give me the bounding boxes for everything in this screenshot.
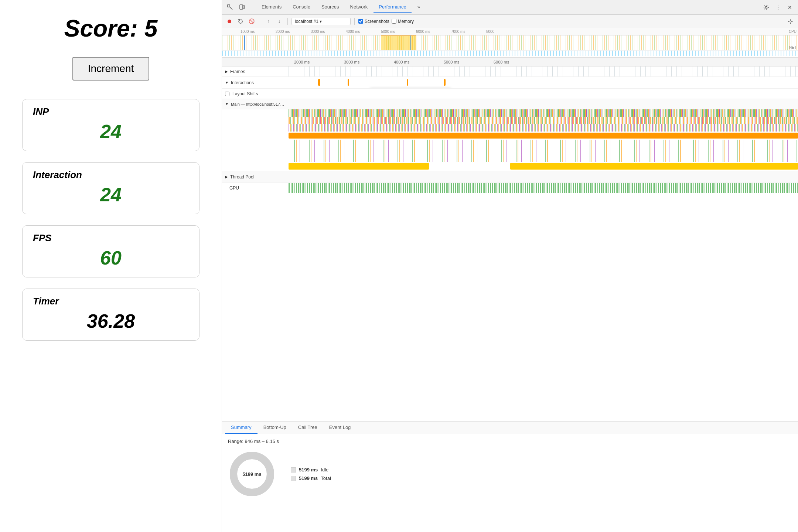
main-thread-content [222, 109, 798, 171]
tab-more[interactable]: » [412, 2, 425, 13]
capture-settings-icon[interactable] [786, 17, 795, 26]
screenshots-label: Screenshots [365, 19, 389, 24]
memory-label: Memory [398, 19, 414, 24]
interaction-bar-3[interactable] [407, 79, 408, 86]
devtools-panel: Elements Console Sources Network Perform… [222, 0, 798, 532]
timeline-main[interactable]: 2000 ms 3000 ms 4000 ms 5000 ms 6000 ms … [222, 58, 798, 421]
ruler-tick-2000: 2000 ms [276, 30, 290, 34]
fps-label: FPS [33, 232, 189, 244]
fps-value: 60 [33, 247, 189, 269]
tab-console[interactable]: Console [287, 2, 316, 13]
thread-pool-row: ▶ Thread Pool [222, 171, 798, 183]
total-label: Total [321, 475, 331, 481]
main-thread-yellow-block [289, 162, 798, 171]
download-button[interactable]: ↓ [275, 17, 284, 26]
reload-record-button[interactable] [236, 17, 245, 26]
bottom-panel: Summary Bottom-Up Call Tree Event Log Ra… [222, 421, 798, 532]
upload-button[interactable]: ↑ [264, 17, 273, 26]
close-icon[interactable]: ✕ [785, 2, 795, 13]
tab-performance[interactable]: Performance [374, 2, 411, 13]
interactions-label: ▼ Interactions [222, 80, 289, 85]
main-ruler-5000: 5000 ms [444, 60, 459, 64]
clear-button[interactable]: 🚫 [247, 17, 256, 26]
device-icon[interactable] [237, 2, 247, 13]
ruler-tick-6000: 6000 ms [416, 30, 430, 34]
layout-shifts-content [289, 89, 798, 99]
layout-shifts-row: Layout Shifts [222, 89, 798, 99]
svg-line-1 [230, 7, 232, 10]
interaction-card: Interaction 24 [22, 162, 200, 214]
interaction-bar-2[interactable] [348, 79, 349, 86]
ruler-tick-7000: 7000 ms [451, 30, 465, 34]
main-thread-row-5 [289, 140, 798, 162]
svg-point-4 [765, 6, 767, 8]
svg-rect-3 [243, 6, 245, 8]
total-value: 5199 ms [299, 475, 318, 481]
ruler-tick-1000: 1000 ms [241, 30, 255, 34]
svg-rect-2 [240, 5, 243, 9]
inp-label: INP [33, 106, 189, 117]
performance-toolbar: 🚫 ↑ ↓ localhost #1 ▾ Screenshots Memory [222, 15, 798, 28]
donut-label: 5199 ms [242, 471, 261, 477]
summary-row: 5199 ms 5199 ms Idle 5199 ms Total [228, 450, 792, 498]
interaction-bar-4[interactable] [444, 79, 446, 86]
timeline-spacer [222, 193, 798, 208]
layout-shifts-checkbox[interactable] [225, 92, 229, 96]
screenshots-checkbox-label[interactable]: Screenshots [358, 19, 389, 24]
interaction-label: Interaction [33, 169, 189, 181]
timer-value: 36.28 [33, 310, 189, 332]
main-thread-row-4 [289, 132, 798, 140]
idle-swatch [291, 467, 296, 473]
total-legend-item: 5199 ms Total [291, 475, 331, 481]
donut-chart: 5199 ms [228, 450, 276, 498]
main-label: ▼ Main — http://localhost:5173/understan… [222, 102, 289, 106]
devtools-topbar: Elements Console Sources Network Perform… [222, 0, 798, 15]
main-thread-header: ▼ Main — http://localhost:5173/understan… [222, 99, 798, 109]
url-display: localhost #1 ▾ [291, 18, 351, 25]
more-icon[interactable]: ⋮ [773, 2, 783, 13]
main-ruler-4000: 4000 ms [394, 60, 409, 64]
tab-bottomup[interactable]: Bottom-Up [258, 422, 292, 434]
record-button[interactable] [225, 17, 234, 26]
cpu-label: CPU [789, 30, 797, 34]
range-text: Range: 946 ms – 6.15 s [228, 439, 792, 444]
gpu-row: GPU [222, 183, 798, 193]
increment-button[interactable]: Increment [72, 57, 150, 81]
svg-point-5 [228, 20, 231, 23]
timeline-overview[interactable]: 1000 ms 2000 ms 3000 ms 4000 ms 5000 ms … [222, 28, 798, 58]
task-color [758, 88, 768, 88]
memory-checkbox-label[interactable]: Memory [392, 19, 414, 24]
tab-calltree[interactable]: Call Tree [292, 422, 323, 434]
main-thread-row-2 [289, 117, 798, 124]
interactions-content[interactable]: 23.02 ms Pointer Input delay 18ms Proces… [289, 77, 798, 88]
interaction-tooltip: 23.02 ms Pointer Input delay 18ms Proces… [370, 88, 451, 88]
tab-elements[interactable]: Elements [256, 2, 287, 13]
inspect-icon[interactable] [225, 2, 235, 13]
main-ruler-2000: 2000 ms [294, 60, 310, 64]
score-value: 5 [144, 15, 158, 42]
memory-checkbox[interactable] [392, 19, 396, 24]
main-thread-top-content [289, 99, 798, 109]
thread-pool-content [289, 171, 798, 183]
thread-pool-label: ▶ Thread Pool [222, 174, 289, 180]
total-swatch [291, 476, 296, 481]
settings-icon[interactable] [761, 2, 771, 13]
interactions-row[interactable]: ▼ Interactions 23.02 ms Pointer Input de… [222, 77, 798, 89]
tab-eventlog[interactable]: Event Log [323, 422, 357, 434]
idle-value: 5199 ms [299, 467, 318, 473]
interaction-bar-1[interactable] [318, 79, 320, 86]
score-display: Score: 5 [64, 15, 158, 42]
tab-network[interactable]: Network [345, 2, 373, 13]
inp-card: INP 24 [22, 99, 200, 151]
svg-rect-0 [228, 5, 230, 7]
net-label: NET [789, 45, 797, 50]
tab-sources[interactable]: Sources [316, 2, 344, 13]
frames-label: ▶ Frames [222, 69, 289, 74]
tab-summary[interactable]: Summary [225, 422, 258, 434]
inp-value: 24 [33, 120, 189, 143]
main-thread-row-3 [289, 124, 798, 132]
timer-card: Timer 36.28 [22, 289, 200, 341]
legend-panel: Task Timer Fired Function Call (anonymou… [758, 88, 794, 88]
ruler-tick-4000: 4000 ms [346, 30, 360, 34]
screenshots-checkbox[interactable] [358, 19, 363, 24]
